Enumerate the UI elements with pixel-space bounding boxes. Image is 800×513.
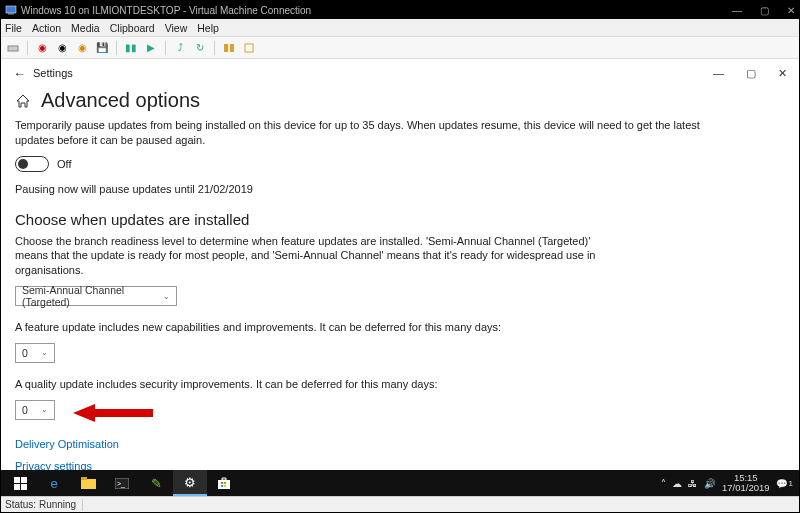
svg-rect-12 [81,477,87,480]
action-center-icon[interactable]: 💬1 [776,478,793,489]
vm-menubar: File Action Media Clipboard View Help [1,19,799,37]
choose-title: Choose when updates are installed [15,211,785,228]
turnoff-icon[interactable]: ◉ [54,40,70,56]
svg-marker-6 [73,404,153,422]
pause-icon[interactable]: ▮▮ [123,40,139,56]
svg-rect-18 [221,485,223,487]
svg-rect-3 [224,44,228,52]
feature-defer-dropdown[interactable]: 0 ⌄ [15,343,55,363]
vm-titlebar: Windows 10 on ILMIONTDESKTOP - Virtual M… [1,1,799,19]
branch-readiness-value: Semi-Annual Channel (Targeted) [22,284,163,308]
branch-readiness-dropdown[interactable]: Semi-Annual Channel (Targeted) ⌄ [15,286,177,306]
privacy-settings-link[interactable]: Privacy settings [15,460,785,470]
svg-text:>_: >_ [117,480,125,488]
pause-until-text: Pausing now will pause updates until 21/… [15,182,735,197]
svg-rect-4 [230,44,234,52]
settings-header: ← Settings — ▢ ✕ [1,59,799,87]
system-tray: ˄ ☁ 🖧 🔊 15:15 17/01/2019 💬1 [661,473,797,493]
quality-update-desc: A quality update includes security impro… [15,377,735,392]
svg-rect-7 [14,477,20,483]
menu-media[interactable]: Media [71,22,100,34]
taskbar: e >_ ✎ ⚙ ˄ ☁ 🖧 🔊 15:15 17/01/2019 💬1 [1,470,799,496]
svg-rect-19 [224,485,226,487]
start-menu-button[interactable] [3,470,37,496]
taskbar-clock[interactable]: 15:15 17/01/2019 [722,473,770,493]
chevron-down-icon: ⌄ [41,348,48,357]
chevron-down-icon: ⌄ [163,292,170,301]
settings-label: Settings [33,67,713,79]
evernote-icon[interactable]: ✎ [139,470,173,496]
menu-file[interactable]: File [5,22,22,34]
vm-title: Windows 10 on ILMIONTDESKTOP - Virtual M… [21,5,732,16]
status-value: Running [39,499,76,510]
ctrl-alt-del-icon[interactable] [5,40,21,56]
revert-icon[interactable]: ↻ [192,40,208,56]
svg-rect-8 [21,477,27,483]
svg-rect-0 [6,6,16,13]
network-icon[interactable]: 🖧 [688,478,698,489]
statusbar-separator [82,499,83,511]
svg-rect-10 [21,484,27,490]
quality-defer-value: 0 [22,404,28,416]
pause-updates-toggle[interactable] [15,156,49,172]
svg-rect-16 [221,482,223,484]
vm-close-button[interactable]: ✕ [787,5,795,16]
quality-defer-dropdown[interactable]: 0 ⌄ [15,400,55,420]
home-icon[interactable] [15,93,31,109]
feature-update-desc: A feature update includes new capabiliti… [15,320,735,335]
toolbar-separator [165,41,166,55]
terminal-icon[interactable]: >_ [105,470,139,496]
vm-statusbar: Status: Running [1,496,799,512]
save-icon[interactable]: 💾 [94,40,110,56]
menu-view[interactable]: View [165,22,188,34]
toolbar-separator [27,41,28,55]
toolbar-separator [214,41,215,55]
pause-description: Temporarily pause updates from being ins… [15,118,735,148]
settings-content: Advanced options Temporarily pause updat… [1,87,799,470]
tray-chevron-up-icon[interactable]: ˄ [661,478,666,489]
feature-defer-value: 0 [22,347,28,359]
store-icon[interactable] [207,470,241,496]
pause-updates-toggle-label: Off [57,158,71,170]
enhanced-session-icon[interactable] [221,40,237,56]
hyperv-icon [5,4,17,16]
svg-rect-17 [224,482,226,484]
page-title: Advanced options [41,89,200,112]
choose-description: Choose the branch readiness level to det… [15,234,615,279]
shutdown-icon[interactable]: ◉ [74,40,90,56]
settings-minimize-button[interactable]: — [713,67,724,80]
vm-minimize-button[interactable]: — [732,5,742,16]
checkpoint-icon[interactable]: ⤴ [172,40,188,56]
volume-icon[interactable]: 🔊 [704,478,716,489]
share-icon[interactable] [241,40,257,56]
svg-rect-15 [218,480,230,489]
notification-count: 1 [789,479,793,488]
settings-taskbar-icon[interactable]: ⚙ [173,470,207,496]
svg-rect-5 [245,44,253,52]
back-button[interactable]: ← [13,66,33,81]
svg-rect-9 [14,484,20,490]
menu-clipboard[interactable]: Clipboard [110,22,155,34]
onedrive-icon[interactable]: ☁ [672,478,682,489]
settings-close-button[interactable]: ✕ [778,67,787,80]
settings-maximize-button[interactable]: ▢ [746,67,756,80]
menu-help[interactable]: Help [197,22,219,34]
start-icon[interactable]: ◉ [34,40,50,56]
file-explorer-icon[interactable] [71,470,105,496]
clock-date: 17/01/2019 [722,483,770,493]
toolbar-separator [116,41,117,55]
chevron-down-icon: ⌄ [41,405,48,414]
svg-rect-2 [8,46,18,51]
reset-icon[interactable]: ▶ [143,40,159,56]
edge-icon[interactable]: e [37,470,71,496]
delivery-optimisation-link[interactable]: Delivery Optimisation [15,438,785,450]
vm-maximize-button[interactable]: ▢ [760,5,769,16]
svg-rect-11 [81,479,96,489]
vm-toolbar: ◉ ◉ ◉ 💾 ▮▮ ▶ ⤴ ↻ [1,37,799,59]
menu-action[interactable]: Action [32,22,61,34]
status-label: Status: [5,499,36,510]
svg-rect-1 [8,13,14,15]
